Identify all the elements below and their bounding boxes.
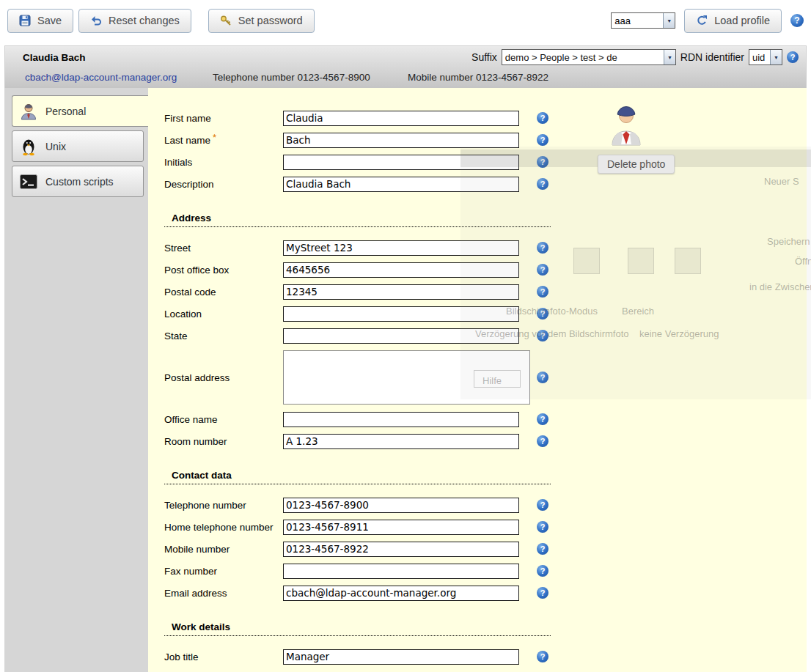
room-number-input[interactable] bbox=[283, 434, 519, 449]
initials-input[interactable] bbox=[283, 155, 519, 170]
person-icon bbox=[19, 102, 38, 121]
street-input[interactable] bbox=[283, 240, 519, 256]
label-telephone-number: Telephone number bbox=[164, 500, 283, 511]
label-description: Description bbox=[164, 179, 283, 190]
field-row-room-number: Room number? bbox=[164, 430, 564, 452]
field-row-location: Location? bbox=[164, 303, 564, 325]
location-input[interactable] bbox=[283, 306, 519, 322]
help-icon[interactable]: ? bbox=[537, 543, 548, 555]
help-icon[interactable]: ? bbox=[537, 308, 548, 320]
label-room-number: Room number bbox=[164, 436, 283, 447]
label-office-name: Office name bbox=[164, 414, 283, 425]
chevron-down-icon: ▼ bbox=[770, 50, 782, 64]
reset-changes-button[interactable]: Reset changes bbox=[78, 9, 191, 33]
last-name-input[interactable] bbox=[283, 133, 519, 148]
field-row-mobile-number: Mobile number? bbox=[164, 538, 564, 560]
label-home-telephone-number: Home telephone number bbox=[164, 522, 283, 533]
chevron-down-icon: ▼ bbox=[664, 50, 675, 64]
field-row-home-telephone-number: Home telephone number? bbox=[164, 516, 564, 538]
tab-label: Personal bbox=[45, 106, 86, 117]
label-job-title: Job title bbox=[164, 651, 283, 662]
suffix-select[interactable]: demo > People > test > de ▼ bbox=[502, 49, 676, 65]
account-name: Claudia Bach bbox=[23, 52, 86, 63]
photo-area: Delete photo bbox=[598, 104, 693, 174]
help-icon[interactable]: ? bbox=[790, 14, 804, 27]
module-tabs: PersonalUnixCustom scripts bbox=[4, 88, 148, 672]
label-initials: Initials bbox=[164, 157, 283, 168]
user-photo bbox=[609, 104, 693, 149]
label-location: Location bbox=[164, 309, 283, 320]
help-icon[interactable]: ? bbox=[537, 372, 548, 383]
state-input[interactable] bbox=[283, 328, 519, 344]
fax-number-input[interactable] bbox=[283, 564, 519, 579]
key-icon bbox=[220, 15, 232, 26]
rdn-select[interactable]: uid ▼ bbox=[749, 49, 782, 65]
help-icon[interactable]: ? bbox=[537, 499, 548, 511]
field-row-state: State? bbox=[164, 325, 564, 347]
load-profile-label: Load profile bbox=[714, 15, 770, 26]
label-state: State bbox=[164, 331, 283, 341]
field-row-postal-code: Postal code? bbox=[164, 281, 564, 303]
profile-select-value: aaa bbox=[612, 13, 663, 28]
post-office-box-input[interactable] bbox=[283, 262, 519, 278]
postal-code-input[interactable] bbox=[283, 284, 519, 300]
label-post-office-box: Post office box bbox=[164, 265, 283, 276]
email-link[interactable]: cbach@ldap-account-manager.org bbox=[25, 72, 213, 83]
label-street: Street bbox=[164, 243, 283, 254]
tab-label: Custom scripts bbox=[45, 176, 114, 188]
help-icon[interactable]: ? bbox=[537, 286, 548, 298]
help-icon[interactable]: ? bbox=[537, 435, 548, 447]
lam-user-edit-screen: Save Reset changes Set password aaa ▼ bbox=[0, 0, 811, 672]
first-name-input[interactable] bbox=[283, 111, 519, 126]
form-area: First name?Last name*?Initials?Descripti… bbox=[148, 88, 807, 672]
help-icon[interactable]: ? bbox=[537, 242, 548, 254]
load-profile-button[interactable]: Load profile bbox=[684, 9, 782, 33]
label-mobile-number: Mobile number bbox=[164, 544, 283, 555]
help-icon[interactable]: ? bbox=[537, 587, 548, 599]
help-icon[interactable]: ? bbox=[537, 521, 548, 533]
field-row-post-office-box: Post office box? bbox=[164, 259, 564, 281]
profile-select[interactable]: aaa ▼ bbox=[611, 12, 675, 29]
header-right-group: Suffix demo > People > test > de ▼ RDN i… bbox=[471, 49, 799, 65]
job-title-input[interactable] bbox=[283, 649, 519, 665]
header-mobile: Mobile number 0123-4567-8922 bbox=[408, 72, 548, 83]
tab-unix[interactable]: Unix bbox=[12, 130, 144, 162]
help-icon[interactable]: ? bbox=[537, 264, 548, 276]
terminal-icon bbox=[19, 172, 38, 191]
help-icon[interactable]: ? bbox=[787, 51, 799, 63]
tab-custom-scripts[interactable]: Custom scripts bbox=[12, 166, 144, 197]
home-telephone-number-input[interactable] bbox=[283, 520, 519, 535]
help-icon[interactable]: ? bbox=[537, 156, 548, 168]
set-password-button[interactable]: Set password bbox=[208, 9, 315, 33]
help-icon[interactable]: ? bbox=[537, 178, 548, 190]
chevron-down-icon: ▼ bbox=[663, 13, 675, 28]
help-icon[interactable]: ? bbox=[537, 651, 548, 662]
section-header-contact-data: Contact data bbox=[164, 468, 551, 484]
telephone-number-input[interactable] bbox=[283, 498, 519, 513]
help-icon[interactable]: ? bbox=[537, 134, 548, 146]
set-password-label: Set password bbox=[238, 15, 303, 26]
mobile-number-input[interactable] bbox=[283, 542, 519, 557]
help-icon[interactable]: ? bbox=[537, 330, 548, 341]
label-postal-address: Postal address bbox=[164, 372, 283, 383]
help-icon[interactable]: ? bbox=[537, 565, 548, 577]
delete-photo-button[interactable]: Delete photo bbox=[598, 155, 675, 174]
suffix-label: Suffix bbox=[471, 51, 497, 63]
top-toolbar: Save Reset changes Set password aaa ▼ bbox=[0, 0, 811, 41]
field-row-last-name: Last name*? bbox=[164, 129, 564, 151]
tab-personal[interactable]: Personal bbox=[12, 95, 148, 127]
description-input[interactable] bbox=[283, 177, 519, 192]
email-address-input[interactable] bbox=[283, 586, 519, 601]
help-icon[interactable]: ? bbox=[537, 413, 548, 425]
undo-icon bbox=[90, 15, 102, 26]
section-header-address: Address bbox=[164, 210, 551, 227]
field-row-job-title: Job title? bbox=[164, 646, 564, 668]
account-panel: Claudia Bach Suffix demo > People > test… bbox=[4, 45, 807, 672]
postal-address-input[interactable] bbox=[283, 350, 530, 405]
field-row-office-name: Office name? bbox=[164, 408, 564, 430]
label-fax-number: Fax number bbox=[164, 566, 283, 577]
field-row-postal-address: Postal address? bbox=[164, 347, 564, 408]
save-button[interactable]: Save bbox=[7, 9, 73, 33]
help-icon[interactable]: ? bbox=[537, 112, 548, 124]
office-name-input[interactable] bbox=[283, 412, 519, 427]
